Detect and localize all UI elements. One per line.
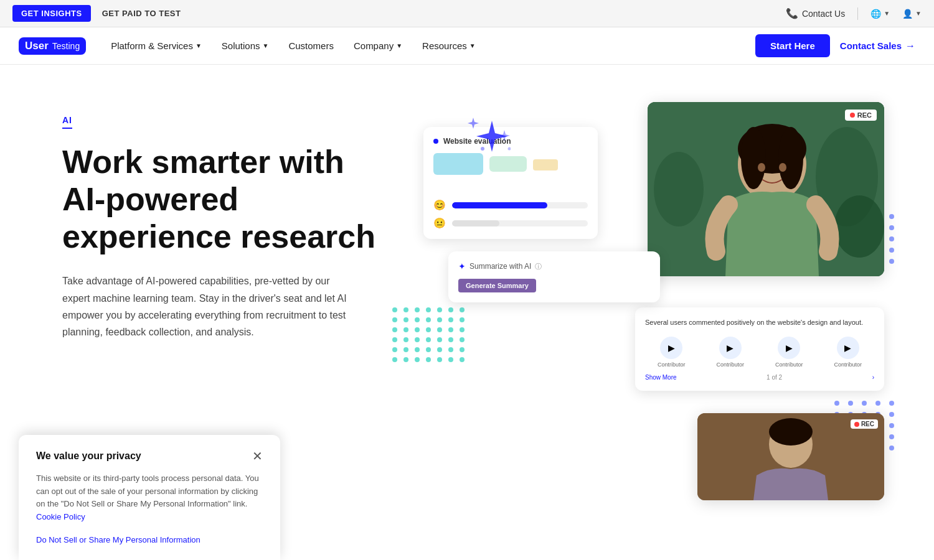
nav-resources[interactable]: Resources ▼ <box>422 40 476 51</box>
sparkle-icon: ✦ <box>458 261 466 271</box>
website-eval-title: Website evaluation <box>433 137 588 146</box>
contact-us-label: Contact Us <box>802 9 845 19</box>
cookie-banner: We value your privacy ✕ This website or … <box>19 435 280 560</box>
logo[interactable]: User Testing <box>19 37 86 55</box>
show-more-link[interactable]: Show More <box>645 374 677 381</box>
nav-company-chevron-icon: ▼ <box>396 42 402 49</box>
analysis-comment: Several users commented positively on th… <box>645 317 874 328</box>
user-selector[interactable]: 👤 ▼ <box>902 9 922 19</box>
rec-badge: REC <box>845 110 877 121</box>
rec-dot <box>850 113 855 118</box>
top-bar: GET INSIGHTS GET PAID TO TEST 📞 Contact … <box>0 0 934 27</box>
nav-platform[interactable]: Platform & Services ▼ <box>111 40 202 51</box>
hero-illustration: REC <box>411 102 884 500</box>
cookie-header: We value your privacy ✕ <box>36 450 263 462</box>
svg-point-17 <box>769 418 813 446</box>
nav-right: Start Here Contact Sales → <box>755 34 915 57</box>
svg-point-5 <box>834 195 884 258</box>
eval-bar-negative: 😐 <box>433 217 588 229</box>
top-bar-left: GET INSIGHTS GET PAID TO TEST <box>12 5 189 22</box>
get-insights-button[interactable]: GET INSIGHTS <box>12 5 91 22</box>
pagination-label: 1 of 2 <box>767 374 782 381</box>
contributor-thumbnails: ▶ Contributor ▶ Contributor ▶ Contributo… <box>645 337 874 368</box>
nav-bar: User Testing Platform & Services ▼ Solut… <box>0 27 934 65</box>
get-paid-button[interactable]: GET PAID TO TEST <box>93 5 190 22</box>
cookie-body: This website or its third-party tools pr… <box>36 472 263 524</box>
svg-point-1 <box>508 147 511 151</box>
website-evaluation-card: Website evaluation 😊 😐 <box>423 127 598 239</box>
info-icon: ⓘ <box>535 262 542 271</box>
contributor-4: ▶ Contributor <box>822 337 875 368</box>
eval-bars: 😊 😐 <box>433 199 588 229</box>
video-person <box>648 102 884 276</box>
svg-point-11 <box>779 163 786 172</box>
summarize-header: ✦ Summarize with AI ⓘ <box>458 261 650 271</box>
analysis-card: Several users commented positively on th… <box>635 307 884 391</box>
nav-solutions[interactable]: Solutions ▼ <box>222 40 269 51</box>
hero-description: Take advantage of AI-powered capabilitie… <box>62 273 349 340</box>
language-selector[interactable]: 🌐 ▼ <box>870 9 890 19</box>
logo-user-text: User <box>25 40 49 52</box>
nav-platform-chevron-icon: ▼ <box>196 42 202 49</box>
divider <box>857 7 858 20</box>
svg-rect-14 <box>533 159 558 170</box>
summarize-card: ✦ Summarize with AI ⓘ Generate Summary <box>448 251 660 302</box>
cookie-policy-link[interactable]: Cookie Policy <box>36 512 85 521</box>
user-chevron-icon: ▼ <box>915 10 922 17</box>
svg-point-10 <box>758 163 765 172</box>
lang-chevron-icon: ▼ <box>884 10 890 17</box>
nav-company[interactable]: Company ▼ <box>354 40 402 51</box>
dots-mid-left <box>392 307 466 362</box>
next-icon[interactable]: › <box>872 374 874 381</box>
analysis-footer: Show More 1 of 2 › <box>645 374 874 381</box>
nav-resources-chevron-icon: ▼ <box>469 42 476 49</box>
svg-point-3 <box>654 152 704 226</box>
video-card-2: REC <box>697 413 884 500</box>
cookie-close-button[interactable]: ✕ <box>252 450 263 462</box>
phone-icon: 📞 <box>786 7 798 19</box>
hero-left: AI Work smarter with AI-powered experien… <box>62 102 386 360</box>
top-bar-right: 📞 Contact Us 🌐 ▼ 👤 ▼ <box>786 7 922 20</box>
generate-summary-button[interactable]: Generate Summary <box>458 279 536 292</box>
do-not-sell-link[interactable]: Do Not Sell or Share My Personal Informa… <box>36 535 200 544</box>
svg-point-0 <box>481 147 484 151</box>
rec-badge-2: REC <box>851 419 878 429</box>
logo-testing-text: Testing <box>52 41 80 51</box>
contact-us-link[interactable]: 📞 Contact Us <box>786 7 845 19</box>
start-here-button[interactable]: Start Here <box>755 34 830 57</box>
user-icon: 👤 <box>902 9 913 19</box>
nav-solutions-chevron-icon: ▼ <box>263 42 269 49</box>
ai-label: AI <box>62 115 72 129</box>
arrow-right-icon: → <box>905 40 915 52</box>
hero-title: Work smarter with AI-powered experience … <box>62 144 386 255</box>
cookie-title: We value your privacy <box>36 450 141 462</box>
eval-bar-positive: 😊 <box>433 199 588 211</box>
globe-icon: 🌐 <box>870 9 881 19</box>
contributor-2: ▶ Contributor <box>704 337 757 368</box>
contributor-1: ▶ Contributor <box>645 337 698 368</box>
contact-sales-button[interactable]: Contact Sales → <box>840 40 915 52</box>
contributor-3: ▶ Contributor <box>763 337 816 368</box>
rec-dot-2 <box>854 422 859 427</box>
nav-customers[interactable]: Customers <box>288 40 334 51</box>
video-card: REC <box>648 102 884 276</box>
card-dot <box>433 139 438 144</box>
sparkle-top-icon <box>461 114 511 167</box>
nav-left: User Testing Platform & Services ▼ Solut… <box>19 37 476 55</box>
nav-links: Platform & Services ▼ Solutions ▼ Custom… <box>111 40 476 51</box>
